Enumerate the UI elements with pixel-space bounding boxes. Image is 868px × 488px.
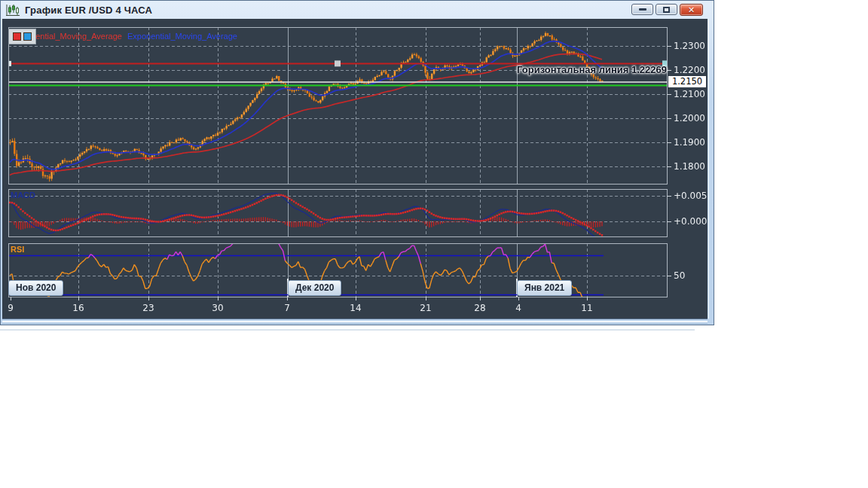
legend-ema-blue-label: Exponential_Moving_Average	[127, 30, 237, 42]
date-axis-label: 9	[8, 303, 14, 313]
current-price-badge: 1.2150	[668, 76, 706, 87]
price-axis-label: 1.1900	[674, 137, 705, 148]
month-chip: Дек 2020	[288, 280, 341, 296]
legend-color-swatches	[8, 29, 36, 44]
date-axis-label: 11	[581, 303, 592, 313]
date-axis-label: 30	[212, 303, 223, 313]
month-chip: Нов 2020	[8, 280, 63, 296]
price-axis-label: 1.2000	[674, 113, 705, 124]
date-axis-label: 4	[515, 303, 521, 313]
date-axis-label: 21	[420, 303, 431, 313]
horizontal-line-annotation: Горизонтальная линия 1.22269	[393, 64, 667, 75]
chart-overlay: Exponential_Moving_Average Exponential_M…	[1, 1, 715, 326]
rsi-axis-label: 50	[674, 270, 685, 281]
price-axis-label: 1.1800	[674, 161, 705, 172]
date-axis-label: 23	[142, 303, 154, 313]
price-axis-label: 1.2200	[674, 65, 705, 75]
macd-axis-label: +0.005	[674, 191, 707, 201]
price-axis-label: 1.2100	[674, 89, 705, 99]
rsi-panel-label: RSI	[11, 245, 24, 254]
window-shadow	[0, 329, 695, 331]
date-axis-label: 16	[72, 303, 84, 313]
window-frame-highlight	[708, 20, 709, 319]
date-axis-label: 7	[284, 303, 290, 313]
indicator-legend: Exponential_Moving_Average Exponential_M…	[12, 30, 237, 42]
red-swatch[interactable]	[13, 32, 21, 41]
window-frame-bottom-line	[2, 323, 708, 324]
window-frame-bottom-strip	[2, 321, 708, 322]
date-axis-label: 28	[474, 303, 485, 313]
price-axis-label: 1.2300	[674, 41, 705, 51]
date-axis-label: 14	[350, 303, 361, 313]
month-chip: Янв 2021	[517, 280, 572, 296]
app-window: График EUR /USD 4 ЧАСА ✕ Exponential_Mov…	[0, 0, 714, 325]
macd-panel-label: MACD	[11, 191, 35, 200]
blue-swatch[interactable]	[23, 32, 32, 41]
macd-axis-label: +0.000	[674, 216, 707, 227]
